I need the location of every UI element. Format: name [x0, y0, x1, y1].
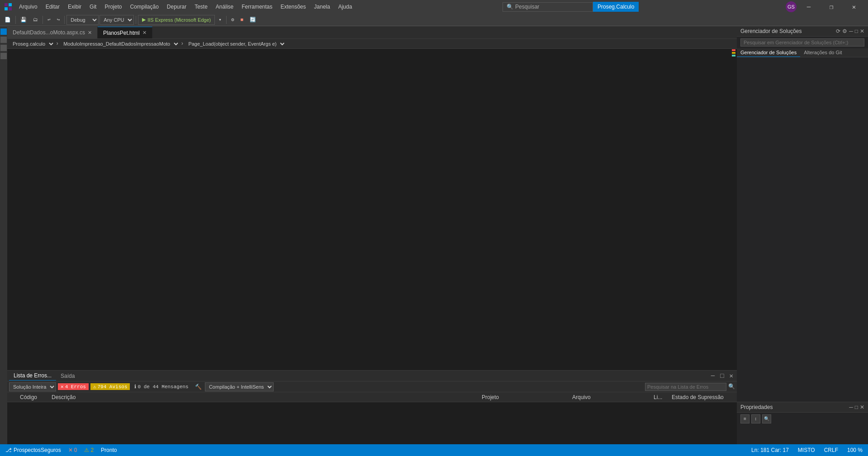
build-dropdown[interactable]: Compilação + IntelliSens	[205, 382, 274, 391]
cursor-position[interactable]: Ln: 181 Car: 17	[749, 447, 791, 453]
prop-btn-alphabetical[interactable]: ↕	[751, 414, 760, 423]
properties-toolbar: ≡ ↕ 🔍	[737, 413, 868, 425]
activity-debug[interactable]	[0, 53, 7, 59]
git-branch[interactable]: ⎇ ProspectosSeguros	[4, 447, 63, 453]
restart-btn[interactable]: 🔄	[247, 16, 259, 24]
menu-ferramentas[interactable]: Ferramentas	[238, 2, 276, 12]
tab-errors[interactable]: Lista de Erros...	[9, 371, 56, 381]
bottom-minimize-btn[interactable]: ─	[709, 371, 716, 381]
tab-close-planospet[interactable]: ✕	[142, 30, 147, 36]
menu-git[interactable]: Git	[86, 2, 100, 12]
new-project-btn[interactable]: 📄	[2, 16, 14, 24]
stop-btn[interactable]: ■	[238, 16, 247, 24]
zoom-status[interactable]: 100 %	[845, 447, 864, 453]
prop-btn-search[interactable]: 🔍	[762, 414, 771, 423]
errors-search-input[interactable]	[645, 383, 726, 391]
position-text: Ln: 181 Car: 17	[751, 447, 789, 453]
titlebar-right: GS — ❐ ✕	[786, 0, 864, 14]
gutter-info[interactable]	[732, 55, 735, 56]
solution-maximize-icon[interactable]: □	[855, 28, 858, 34]
tab-planospet[interactable]: PlanosPet.html ✕	[98, 27, 152, 38]
scroll-gutter[interactable]	[730, 49, 737, 370]
props-close-icon[interactable]: ✕	[860, 404, 864, 410]
svg-rect-1	[9, 3, 12, 6]
solution-sync-icon[interactable]: ⟳	[836, 28, 840, 34]
tab-close-defaultdados[interactable]: ✕	[88, 30, 92, 36]
solution-explorer-panel: Gerenciador de Soluções ⟳ ⚙ ─ □ ✕ Gerenc…	[737, 26, 868, 456]
error-count-badge[interactable]: ✕ 4 Erros	[58, 383, 89, 390]
activity-git[interactable]	[0, 45, 7, 51]
maximize-button[interactable]: ❐	[821, 0, 842, 14]
menu-arquivo[interactable]: Arquivo	[15, 2, 41, 12]
menu-editar[interactable]: Editar	[42, 2, 63, 12]
run-button[interactable]: ▶ IIS Express (Microsoft Edge)	[138, 15, 215, 25]
solution-options-icon[interactable]: ⚙	[842, 28, 847, 34]
message-count-badge[interactable]: ℹ 0 de 44 Mensagens	[132, 383, 191, 390]
menu-projeto[interactable]: Projeto	[101, 2, 125, 12]
warn-status-icon: ⚠	[84, 447, 89, 453]
bottom-maximize-btn[interactable]: □	[718, 371, 726, 381]
toolbar-separator-4	[136, 16, 136, 24]
solution-minimize-icon[interactable]: ─	[849, 28, 853, 34]
titlebar-left: Arquivo Editar Exibir Git Projeto Compil…	[4, 2, 356, 12]
redo-btn[interactable]: ↪	[54, 16, 63, 24]
tab-git-changes[interactable]: Alterações do Git	[800, 48, 845, 57]
file-nav-dropdown[interactable]: Proseg.calculo	[9, 40, 55, 48]
gutter-error[interactable]	[732, 49, 735, 51]
save-all-btn[interactable]: 🗂	[30, 16, 41, 24]
activity-explorer[interactable]	[0, 28, 7, 35]
line-numbers	[7, 49, 30, 370]
props-maximize-icon[interactable]: □	[855, 404, 858, 410]
run-icon: ▶	[142, 17, 146, 23]
errors-search-icon[interactable]: 🔍	[728, 383, 735, 390]
menu-ajuda[interactable]: Ajuda	[335, 2, 356, 12]
build-filter: 🔨 Compilação + IntelliSens	[195, 382, 274, 391]
col-code-header: Código	[20, 394, 52, 400]
properties-header: Propriedades ─ □ ✕	[737, 402, 868, 413]
method-nav-dropdown[interactable]: Page_Load(object sender, EventArgs e)	[185, 40, 286, 48]
warning-status[interactable]: ⚠ 2	[82, 447, 95, 453]
menu-teste[interactable]: Teste	[191, 2, 211, 12]
prop-btn-categorized[interactable]: ≡	[740, 414, 749, 423]
class-nav-dropdown[interactable]: ModuloImpressao_DefaultDadosImpressaoMot…	[60, 40, 180, 48]
minimize-button[interactable]: —	[798, 0, 819, 14]
menu-extensoes[interactable]: Extensões	[277, 2, 309, 12]
line-ending-status[interactable]: CRLF	[822, 447, 840, 453]
scope-dropdown[interactable]: Solução Inteira	[9, 382, 56, 391]
bottom-close-btn[interactable]: ✕	[728, 371, 735, 381]
undo-btn[interactable]: ↩	[45, 16, 53, 24]
run-dropdown-btn[interactable]: ▾	[216, 16, 224, 24]
debug-config-dropdown[interactable]: Debug Release	[66, 15, 99, 25]
editor-nav: Proseg.calculo › ModuloImpressao_Default…	[7, 39, 737, 49]
solution-search-input[interactable]	[740, 38, 864, 47]
warn-status-count: 2	[90, 447, 94, 453]
menu-exibir[interactable]: Exibir	[64, 2, 85, 12]
solution-explorer-header: Gerenciador de Soluções ⟳ ⚙ ─ □ ✕	[737, 26, 868, 37]
warning-count-badge[interactable]: ⚠ 794 Avisos	[90, 383, 130, 390]
solution-close-icon[interactable]: ✕	[860, 28, 864, 34]
activity-search[interactable]	[0, 37, 7, 43]
zoom-text: 100 %	[847, 447, 863, 453]
col-desc-header: Descrição	[52, 394, 482, 400]
tab-defaultdados[interactable]: DefaultDados...oMoto.aspx.cs ✕	[7, 27, 98, 38]
attach-btn[interactable]: ⚙	[228, 16, 237, 24]
properties-header-btns: ─ □ ✕	[849, 404, 864, 410]
user-avatar[interactable]: GS	[786, 1, 797, 12]
tab-solution-explorer[interactable]: Gerenciador de Soluções	[737, 48, 800, 57]
platform-dropdown[interactable]: Any CPU	[100, 15, 134, 25]
search-errors-area: 🔍	[645, 383, 735, 391]
close-button[interactable]: ✕	[844, 0, 864, 14]
tab-label: DefaultDados...oMoto.aspx.cs	[13, 29, 85, 36]
msg-icon: ℹ	[134, 384, 136, 390]
props-minimize-icon[interactable]: ─	[849, 404, 853, 410]
menu-depurar[interactable]: Depurar	[163, 2, 190, 12]
encoding-status[interactable]: MISTO	[796, 447, 817, 453]
tab-output[interactable]: Saída	[56, 371, 79, 381]
save-btn[interactable]: 💾	[18, 16, 29, 24]
menu-compilacao[interactable]: Compilação	[126, 2, 162, 12]
menu-janela[interactable]: Janela	[310, 2, 333, 12]
menu-analise[interactable]: Análise	[212, 2, 237, 12]
error-status[interactable]: ✕ 0	[66, 447, 79, 453]
gutter-warn[interactable]	[732, 52, 735, 54]
code-content[interactable]	[30, 49, 730, 370]
